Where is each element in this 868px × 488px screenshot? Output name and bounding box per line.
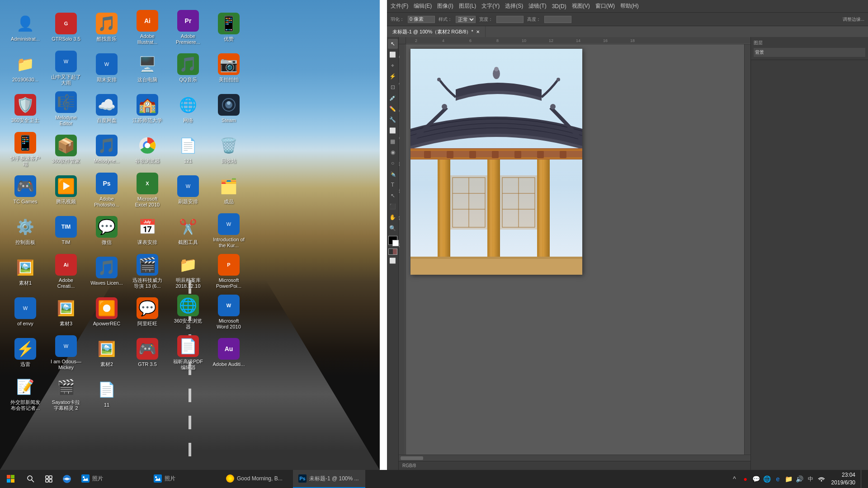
ps-tool-gradient[interactable]: ▦ <box>388 136 398 146</box>
ps-menu-edit[interactable]: 编辑(E) <box>414 2 432 10</box>
icon-adobe-audition[interactable]: Au Adobe Auditi... <box>211 333 247 373</box>
icon-sucai3[interactable]: 🖼️ 素材3 <box>48 292 84 333</box>
ps-tool-lasso[interactable]: ⌖ <box>388 61 398 70</box>
icon-kuaishou[interactable]: 📱 快手极速客户端 <box>7 129 43 170</box>
icon-gtrsolo[interactable]: G GTRSolo 3.5 <box>48 7 84 48</box>
ps-scroll-horizontal[interactable] <box>399 455 750 461</box>
icon-introduction-kur[interactable]: W Introduction of the Kur... <box>211 211 247 251</box>
icon-xunlian[interactable]: 🎬 迅连科技威力导演 13 (6... <box>129 251 165 292</box>
show-desktop-button[interactable] <box>861 470 864 488</box>
tray-file-manager[interactable]: 📁 <box>784 474 793 483</box>
ps-tool-brush[interactable]: ✏️ <box>388 104 398 114</box>
ps-background-color[interactable] <box>392 240 399 246</box>
tray-network[interactable] <box>817 474 826 483</box>
icon-zuomei[interactable]: 🎵 酷找音乐 <box>89 7 125 48</box>
icon-melodyne-editor[interactable]: 🎼 Melodyne Editor <box>48 89 84 129</box>
taskbar-taskview-button[interactable] <box>40 470 58 488</box>
icon-of-envy[interactable]: W of envy <box>7 292 43 333</box>
ps-menu-text[interactable]: 文字(Y) <box>481 2 500 10</box>
ps-tool-zoom[interactable]: 🔍 <box>388 223 398 233</box>
ps-menu-window[interactable]: 窗口(W) <box>595 2 615 10</box>
ps-menu-3d[interactable]: 3D(D) <box>552 3 566 9</box>
icon-my-computer[interactable]: 🖥️ 这台电脑 <box>129 48 165 89</box>
taskbar-app-photos1[interactable]: 照片 <box>76 470 148 488</box>
ps-width-input[interactable] <box>496 16 524 23</box>
tray-wechat[interactable]: 💬 <box>752 474 761 483</box>
ps-menu-image[interactable]: 图像(I) <box>437 2 453 10</box>
taskbar-ie-button[interactable] <box>58 470 76 488</box>
ps-tool-shape[interactable]: ⬛ <box>388 202 398 211</box>
icon-melodyne2[interactable]: 🎵 Melodyne... <box>89 129 125 170</box>
icon-tencent-video[interactable]: ▶️ 腾讯视频 <box>48 170 84 211</box>
start-button[interactable] <box>0 470 22 488</box>
ps-tool-path-select[interactable]: ↖ <box>388 191 398 201</box>
ps-canvas-viewport[interactable] <box>406 44 744 455</box>
ps-tool-text[interactable]: T <box>388 180 398 190</box>
icon-steam[interactable]: Steam <box>211 89 247 129</box>
icon-sucai1[interactable]: 🖼️ 素材1 <box>7 251 43 292</box>
tray-volume[interactable]: 🔊 <box>795 474 804 483</box>
icon-alibaba[interactable]: 💬 阿里旺旺 <box>129 292 165 333</box>
icon-beauty-camera[interactable]: 📷 美拍拍拍 <box>211 48 247 89</box>
icon-file-20190630[interactable]: 📁 20190630... <box>7 48 43 89</box>
taskbar-app-morning[interactable]: Good Morning, B... <box>221 470 293 488</box>
ps-style-select[interactable]: 正常 <box>456 16 476 23</box>
icon-kebiao[interactable]: 📅 课表安排 <box>129 211 165 251</box>
ps-menu-help[interactable]: 帮助(H) <box>620 2 639 10</box>
ps-height-input[interactable] <box>544 16 571 23</box>
icon-youzan[interactable]: 📱 优赞 <box>211 7 247 48</box>
ps-tool-select-rect[interactable]: ⬜ <box>388 50 398 60</box>
icon-wechat[interactable]: 💬 微信 <box>89 211 125 251</box>
ps-tool-hand[interactable]: ✋ <box>388 212 398 222</box>
ps-foreground-color[interactable] <box>388 236 397 245</box>
ps-tool-blur[interactable]: ◉ <box>388 147 398 157</box>
icon-waves[interactable]: 🎵 Waves Licen... <box>89 251 125 292</box>
ps-feather-input[interactable] <box>408 16 435 23</box>
ps-tool-magic-wand[interactable]: ⚡ <box>388 71 398 81</box>
ps-tool-clone[interactable]: 🔧 <box>388 115 398 125</box>
taskbar-app-ps[interactable]: Ps 未标题-1 @ 100% ... <box>293 470 365 488</box>
ps-menu-layer[interactable]: 图层(L) <box>459 2 476 10</box>
icon-wenzhang[interactable]: W 山中又下起了大雨 <box>48 48 84 89</box>
icon-xunda[interactable]: ⚡ 迅雷 <box>7 333 43 373</box>
icon-powerpoint[interactable]: P Microsoft PowerPoi... <box>211 251 247 292</box>
icon-file-11[interactable]: 📄 11 <box>89 373 125 414</box>
icon-word2010[interactable]: W Microsoft Word 2010 <box>211 292 247 333</box>
ps-menu-file[interactable]: 文件(F) <box>391 2 408 10</box>
icon-control-panel[interactable]: ⚙️ 控制面板 <box>7 211 43 251</box>
icon-apowerrec[interactable]: ⏺️ ApowerREC <box>89 292 125 333</box>
icon-excel2010[interactable]: X Microsoft Excel 2010 <box>129 170 165 211</box>
icon-ps[interactable]: Ps Adobe Photosho... <box>89 170 125 211</box>
icon-baidu-pan[interactable]: ☁️ 百度网盘 <box>89 89 125 129</box>
icon-tc-games[interactable]: 🎮 TC Games <box>7 170 43 211</box>
ps-menu-filter[interactable]: 滤镜(T) <box>528 2 546 10</box>
icon-sucai2[interactable]: 🖼️ 素材2 <box>89 333 125 373</box>
icon-adobe-creative[interactable]: Ai Adobe Creati... <box>48 251 84 292</box>
icon-ai[interactable]: Ai Adobe Illustrat... <box>129 7 165 48</box>
ps-menu-view[interactable]: 视图(V) <box>572 2 590 10</box>
icon-qq-music[interactable]: 🎵 QQ音乐 <box>170 48 206 89</box>
ps-scroll-vertical[interactable] <box>744 44 750 455</box>
icon-chengpin[interactable]: 🗂️ 成品 <box>211 170 247 211</box>
ps-tool-move[interactable]: ↖ <box>388 39 398 49</box>
taskbar-app-photos2[interactable]: 照片 <box>148 470 221 488</box>
ps-tab-close[interactable]: ✕ <box>476 29 480 34</box>
tray-ie[interactable]: e <box>774 474 783 483</box>
icon-waijiao[interactable]: 📝 外交部新闻发布会答记者... <box>7 373 43 414</box>
icon-qimo[interactable]: W 期末安排 <box>89 48 125 89</box>
icon-360-compress[interactable]: 📦 360软件管家 <box>48 129 84 170</box>
tray-show-hidden[interactable]: ^ <box>730 474 739 483</box>
icon-mingchen[interactable]: 📁 明辰档案库 2018.12.10 <box>170 251 206 292</box>
ps-tool-pen[interactable]: ✒️ <box>388 169 398 179</box>
tray-ime-label[interactable]: 中 <box>806 474 815 483</box>
icon-network[interactable]: 🌐 网络 <box>170 89 206 129</box>
icon-i-am-odus[interactable]: W I am Odous—Mickey <box>48 333 84 373</box>
ps-scrollbar-thumb-h[interactable] <box>401 456 423 460</box>
ps-tool-eyedropper[interactable]: 💉 <box>388 93 398 103</box>
icon-jiangsu-normal[interactable]: 🏫 江苏师范大学 <box>129 89 165 129</box>
icon-sayatoo[interactable]: 🎬 Sayatoo卡拉字幕精灵 2 <box>48 373 84 414</box>
icon-gtr35[interactable]: 🎮 GTR 3.5 <box>129 333 165 373</box>
ps-tab-active[interactable]: 未标题-1 @ 100%（素材2 RGB/8）* ✕ <box>387 26 486 37</box>
taskbar-search-button[interactable] <box>22 470 40 488</box>
taskbar-clock[interactable]: 23:04 2019/6/30 <box>828 471 859 487</box>
